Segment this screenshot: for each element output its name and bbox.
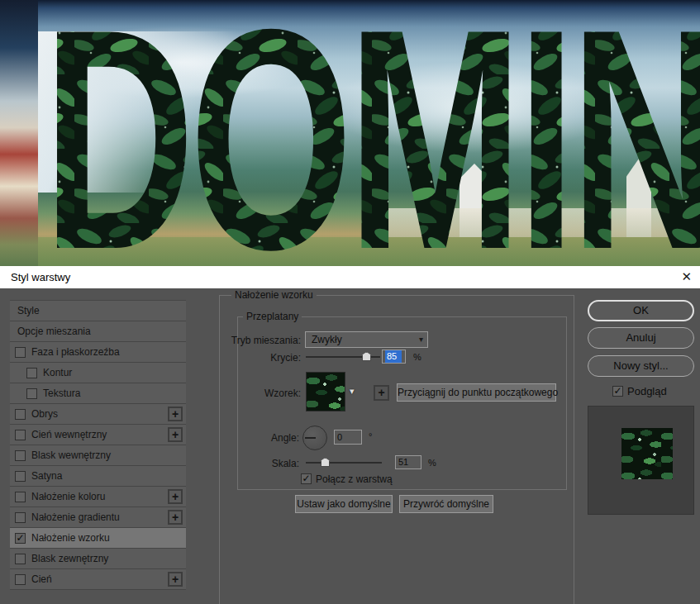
- styles-list-item-label: Faza i płaskorzeźba: [31, 342, 120, 363]
- styles-list-item-label: Blask wewnętrzny: [31, 445, 111, 466]
- preview-checkbox-label: Podgląd: [627, 385, 667, 397]
- style-enable-checkbox[interactable]: [15, 450, 26, 461]
- scale-slider[interactable]: [306, 457, 382, 467]
- document-canvas[interactable]: DOMIN: [0, 0, 700, 266]
- styles-list-item-label: Nałożenie koloru: [31, 487, 105, 507]
- style-preview-panel: [588, 406, 694, 515]
- angle-value-text: 0: [337, 432, 342, 442]
- styles-list-item-label: Cień wewnętrzny: [31, 425, 107, 445]
- styles-list: StyleOpcje mieszaniaFaza i płaskorzeźbaK…: [10, 300, 186, 590]
- add-effect-plus-button[interactable]: +: [168, 572, 183, 587]
- scale-slider-track: [306, 462, 382, 464]
- styles-list-item-label: Kontur: [43, 363, 72, 383]
- pattern-subgroup-title: Przeplatany: [243, 311, 302, 323]
- style-enable-checkbox[interactable]: [15, 471, 26, 482]
- reset-to-default-button[interactable]: Przywróć domyślne: [399, 495, 493, 513]
- link-with-layer-label: Połącz z warstwą: [316, 473, 393, 485]
- canvas-headline-text: DOMIN: [43, 0, 700, 266]
- new-style-button[interactable]: Nowy styl...: [588, 355, 694, 377]
- set-as-default-button[interactable]: Ustaw jako domyślne: [295, 495, 393, 513]
- pattern-label: Wzorek:: [221, 388, 301, 399]
- dialog-title: Styl warstwy: [11, 271, 70, 283]
- scale-slider-thumb[interactable]: [321, 458, 330, 467]
- cancel-button[interactable]: Anuluj: [588, 327, 694, 349]
- blend-mode-label: Tryb mieszania:: [221, 335, 301, 346]
- blend-mode-select[interactable]: Zwykły ▾: [305, 331, 428, 348]
- dialog-titlebar: Styl warstwy ✕: [0, 266, 700, 288]
- styles-list-item[interactable]: Faza i płaskorzeźba: [10, 342, 186, 363]
- chevron-down-icon: ▾: [419, 332, 423, 347]
- add-effect-plus-button[interactable]: +: [168, 427, 183, 442]
- style-enable-checkbox[interactable]: [15, 512, 26, 523]
- opacity-unit-label: %: [413, 352, 421, 362]
- styles-list-item-label: Cień: [31, 569, 52, 590]
- new-pattern-preset-button[interactable]: +: [374, 385, 389, 401]
- link-with-layer-checkbox[interactable]: ✓: [301, 473, 312, 484]
- styles-list-item[interactable]: Blask zewnętrzny: [10, 549, 186, 569]
- style-enable-checkbox[interactable]: [15, 492, 26, 502]
- styles-list-item[interactable]: ✓Nałożenie wzorku: [10, 528, 186, 549]
- styles-list-item[interactable]: Kontur: [10, 363, 186, 383]
- styles-list-item-label: Tekstura: [43, 383, 80, 404]
- style-enable-checkbox[interactable]: [15, 430, 26, 440]
- style-enable-checkbox[interactable]: [15, 554, 26, 564]
- add-effect-plus-button[interactable]: +: [168, 407, 183, 421]
- style-enable-checkbox[interactable]: [15, 409, 26, 420]
- styles-list-item[interactable]: Nałożenie gradientu+: [10, 507, 186, 528]
- add-effect-plus-button[interactable]: +: [168, 489, 183, 504]
- opacity-slider-thumb[interactable]: [362, 352, 371, 361]
- add-effect-plus-button[interactable]: +: [168, 510, 183, 525]
- angle-unit-label: °: [369, 431, 372, 441]
- styles-list-item-label: Obrys: [31, 404, 58, 425]
- scale-label: Skala:: [220, 458, 299, 469]
- ok-button[interactable]: OK: [588, 300, 694, 321]
- scale-unit-label: %: [428, 458, 436, 468]
- opacity-label: Krycie:: [221, 352, 301, 364]
- pattern-swatch[interactable]: [306, 372, 345, 411]
- pattern-picker-chevron-icon[interactable]: ▾: [350, 386, 355, 397]
- styles-list-item[interactable]: Satyna: [10, 466, 186, 487]
- styles-list-item-label: Nałożenie wzorku: [31, 528, 110, 549]
- style-enable-checkbox[interactable]: [15, 347, 26, 358]
- angle-value-input[interactable]: 0: [334, 430, 362, 445]
- headline-text-layer: DOMIN: [0, 0, 700, 266]
- styles-list-item-label: Nałożenie gradientu: [31, 507, 120, 528]
- photoshop-layer-style-screen: DOMIN Styl warstwy ✕ StyleOpcje mieszani…: [0, 0, 700, 604]
- style-enable-checkbox[interactable]: ✓: [15, 533, 26, 544]
- blend-mode-value: Zwykły: [312, 334, 342, 345]
- pattern-overlay-group-title: Nałożenie wzorku: [231, 289, 317, 302]
- style-enable-checkbox[interactable]: [26, 388, 37, 399]
- angle-label: Angle:: [220, 432, 299, 444]
- styles-list-item-label: Satyna: [31, 466, 62, 487]
- styles-list-item[interactable]: Nałożenie koloru+: [10, 487, 186, 507]
- scale-value-text: 51: [398, 457, 408, 467]
- close-icon[interactable]: ✕: [681, 269, 692, 284]
- opacity-value-input[interactable]: 85: [382, 350, 406, 364]
- styles-list-item-label: Blask zewnętrzny: [31, 549, 108, 569]
- styles-list-item[interactable]: Opcje mieszania: [10, 321, 186, 342]
- styles-list-item-label: Style: [17, 301, 40, 321]
- styles-list-item[interactable]: Cień wewnętrzny+: [10, 425, 186, 445]
- style-enable-checkbox[interactable]: [15, 574, 26, 585]
- styles-list-item[interactable]: Blask wewnętrzny: [10, 445, 186, 466]
- style-enable-checkbox[interactable]: [26, 368, 37, 378]
- snap-to-origin-button[interactable]: Przyciągnij do punktu początkowego: [397, 383, 556, 402]
- opacity-value-selected-text: 85: [385, 350, 402, 363]
- styles-list-item[interactable]: Tekstura: [10, 383, 186, 404]
- angle-dial[interactable]: [302, 426, 327, 450]
- styles-list-item[interactable]: Style: [10, 301, 186, 321]
- styles-list-item[interactable]: Obrys+: [10, 404, 186, 425]
- opacity-slider[interactable]: [306, 351, 380, 361]
- styles-list-item[interactable]: Cień+: [10, 569, 186, 590]
- style-preview-thumbnail: [621, 428, 673, 479]
- styles-list-item-label: Opcje mieszania: [17, 321, 91, 342]
- preview-checkbox[interactable]: ✓: [612, 386, 623, 397]
- scale-value-input[interactable]: 51: [395, 455, 421, 469]
